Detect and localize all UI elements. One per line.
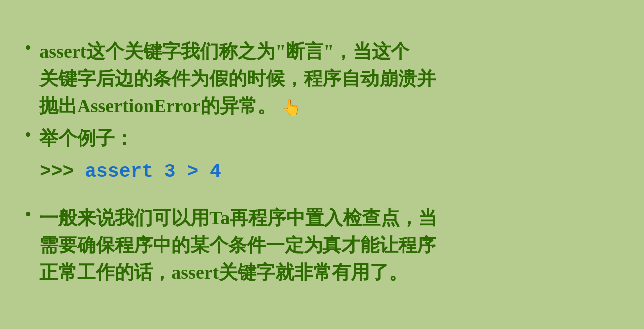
bullet-item-1: • assert这个关键字我们称之为"断言"，当这个关键字后边的条件为假的时候，… <box>25 38 614 120</box>
bullet-list-bottom: • 一般来说我们可以用Ta再程序中置入检查点，当需要确保程序中的某个条件一定为真… <box>25 204 614 291</box>
bullet-text-3: 一般来说我们可以用Ta再程序中置入检查点，当需要确保程序中的某个条件一定为真才能… <box>39 204 437 286</box>
bullet-dot-2: • <box>25 122 31 148</box>
content-area: • assert这个关键字我们称之为"断言"，当这个关键字后边的条件为假的时候，… <box>0 0 644 329</box>
bullet-dot-1: • <box>25 35 31 61</box>
separator <box>25 189 614 204</box>
bullet-text-1: assert这个关键字我们称之为"断言"，当这个关键字后边的条件为假的时候，程序… <box>39 38 436 120</box>
bullet-item-3: • 一般来说我们可以用Ta再程序中置入检查点，当需要确保程序中的某个条件一定为真… <box>25 204 614 286</box>
bullet-text-2: 举个例子： <box>39 125 134 152</box>
code-keyword: assert 3 > 4 <box>74 161 221 182</box>
code-prompt: >>> <box>40 161 74 182</box>
code-block: >>> assert 3 > 4 <box>40 161 614 182</box>
bullet-dot-3: • <box>25 201 31 228</box>
cursor-emoji: 👆 <box>281 96 301 119</box>
bullet-item-2: • 举个例子： <box>25 125 614 152</box>
bullet-list-top: • assert这个关键字我们称之为"断言"，当这个关键字后边的条件为假的时候，… <box>25 38 614 157</box>
